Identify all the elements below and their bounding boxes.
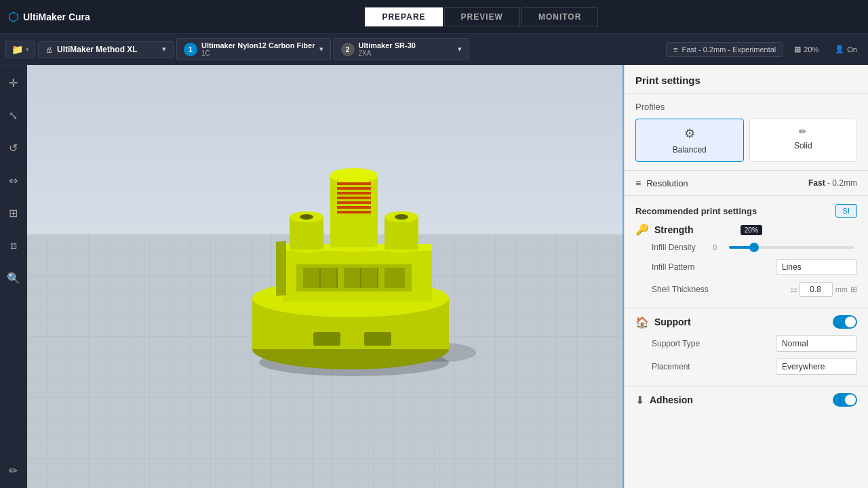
profiles-row: ⚙ Balanced ✏ Solid bbox=[635, 119, 857, 162]
sidebar-scale-icon[interactable]: ⤡ bbox=[3, 104, 24, 126]
extruder1-chevron-icon: ▾ bbox=[319, 45, 323, 54]
infill-pattern-dropdown[interactable]: Lines bbox=[776, 259, 857, 275]
svg-rect-34 bbox=[337, 211, 371, 214]
resolution-value: Fast - 0.2mm bbox=[808, 178, 857, 188]
sidebar-rotate-icon[interactable]: ↺ bbox=[3, 137, 24, 159]
left-sidebar: ✛ ⤡ ↺ ⇔ ⊞ ⧈ 🔍 ✏ bbox=[0, 65, 27, 488]
svg-rect-32 bbox=[337, 201, 371, 204]
sidebar-support-icon[interactable]: ⊞ bbox=[3, 202, 24, 224]
extruder1-material: Ultimaker Nylon12 Carbon Fiber bbox=[201, 41, 315, 49]
svg-rect-31 bbox=[337, 197, 371, 199]
extruder2-material: Ultimaker SR-30 bbox=[359, 41, 416, 49]
vertical-separator-line bbox=[623, 65, 624, 488]
solid-icon: ✏ bbox=[799, 126, 807, 137]
infill-density-label: Infill Density bbox=[635, 243, 710, 252]
sidebar-split-icon[interactable]: ⧈ bbox=[3, 235, 24, 256]
profile-selector[interactable]: ≡ Fast - 0.2mm - Experimental bbox=[666, 42, 783, 57]
right-panel: Print settings Profiles ⚙ Balanced ✏ Sol… bbox=[624, 65, 868, 488]
shell-thickness-input[interactable] bbox=[799, 282, 833, 297]
recommended-label: Recommended print settings bbox=[635, 206, 757, 216]
support-on-label: On bbox=[847, 45, 857, 54]
support-section-icon: 🏠 bbox=[635, 316, 649, 329]
support-display[interactable]: 👤 On bbox=[829, 42, 863, 56]
profiles-label: Profiles bbox=[635, 102, 857, 112]
infill-slider-thumb[interactable]: 20% bbox=[749, 243, 759, 252]
shell-thickness-row: Shell Thickness ⚏ mm ⊞ bbox=[635, 282, 857, 297]
support-placement-dropdown[interactable]: Everywhere bbox=[776, 359, 857, 375]
adhesion-section: ⬇ Adhesion bbox=[625, 386, 868, 413]
svg-rect-30 bbox=[337, 192, 371, 195]
toolbar: 📁 ▾ 🖨 UltiMaker Method XL ▾ 1 Ultimaker … bbox=[0, 34, 868, 65]
balanced-label: Balanced bbox=[673, 145, 707, 155]
shell-unit: mm bbox=[835, 285, 848, 293]
adhesion-title: Adhesion bbox=[650, 394, 827, 405]
balanced-icon: ⚙ bbox=[684, 126, 695, 141]
nav-tabs: PREPARE PREVIEW MONITOR bbox=[365, 7, 598, 26]
support-placement-row: Placement Everywhere bbox=[635, 359, 857, 375]
sidebar-pen-icon[interactable]: ✏ bbox=[3, 460, 24, 481]
svg-rect-28 bbox=[337, 182, 371, 185]
shell-thickness-label: Shell Thickness bbox=[635, 285, 790, 294]
extruder2-number: 2 bbox=[341, 43, 355, 56]
sidebar-move-icon[interactable]: ✛ bbox=[3, 72, 24, 94]
svg-rect-37 bbox=[364, 332, 391, 346]
infill-pattern-label: Infill Pattern bbox=[635, 262, 776, 272]
support-placement-label: Placement bbox=[635, 362, 776, 371]
folder-icon: 📁 bbox=[12, 44, 23, 55]
profile-balanced[interactable]: ⚙ Balanced bbox=[635, 119, 744, 162]
extruder2-variant: 2XA bbox=[359, 49, 416, 57]
adhesion-toggle[interactable] bbox=[833, 393, 857, 407]
viewport bbox=[27, 65, 624, 488]
recommended-header: Recommended print settings SI bbox=[625, 196, 868, 223]
svg-rect-29 bbox=[337, 187, 371, 190]
tab-preview[interactable]: PREVIEW bbox=[444, 7, 520, 26]
shell-lines-icon: ⚏ bbox=[790, 285, 797, 294]
sidebar-mirror-icon[interactable]: ⇔ bbox=[3, 169, 24, 191]
printer-name: UltiMaker Method XL bbox=[57, 45, 138, 54]
extruder2-selector[interactable]: 2 Ultimaker SR-30 2XA ▾ bbox=[334, 38, 469, 60]
folder-chevron-icon: ▾ bbox=[26, 46, 29, 53]
support-type-dropdown[interactable]: Normal bbox=[776, 336, 857, 352]
print-settings-header: Print settings bbox=[625, 65, 868, 94]
adhesion-icon: ⬇ bbox=[635, 394, 644, 407]
infill-display[interactable]: ▦ 20% bbox=[789, 42, 824, 56]
profile-name: Fast - 0.2mm - Experimental bbox=[682, 45, 776, 54]
model-container bbox=[212, 122, 496, 382]
profile-solid[interactable]: ✏ Solid bbox=[749, 119, 858, 162]
logo-text: UltiMaker Cura bbox=[23, 12, 90, 22]
support-type-label: Support Type bbox=[635, 339, 776, 348]
extruder1-info: Ultimaker Nylon12 Carbon Fiber 1C bbox=[201, 41, 315, 57]
resolution-icon: ≡ bbox=[635, 178, 641, 188]
support-toggle[interactable] bbox=[833, 315, 857, 329]
printer-selector[interactable]: 🖨 UltiMaker Method XL ▾ bbox=[38, 41, 174, 58]
tab-prepare[interactable]: PREPARE bbox=[365, 7, 442, 26]
extruder2-info: Ultimaker SR-30 2XA bbox=[359, 41, 416, 57]
logo-area: ⬡ UltiMaker Cura bbox=[8, 9, 90, 24]
support-section: 🏠 Support Support Type Normal Placement … bbox=[625, 308, 868, 386]
support-type-row: Support Type Normal bbox=[635, 336, 857, 352]
svg-point-35 bbox=[330, 168, 378, 182]
shell-expand-icon[interactable]: ⊞ bbox=[850, 285, 857, 294]
strength-section: 🔑 Strength Infill Density 0 20% Infill P… bbox=[625, 223, 868, 308]
main-area: ✛ ⤡ ↺ ⇔ ⊞ ⧈ 🔍 ✏ bbox=[0, 65, 868, 488]
3d-model-svg bbox=[212, 122, 496, 380]
extruder1-number: 1 bbox=[184, 43, 197, 56]
resolution-rest: - 0.2mm bbox=[825, 178, 857, 188]
folder-button[interactable]: 📁 ▾ bbox=[5, 41, 35, 58]
extruder2-chevron-icon: ▾ bbox=[458, 45, 462, 54]
svg-rect-36 bbox=[313, 332, 340, 346]
extruder1-variant: 1C bbox=[201, 49, 315, 57]
solid-label: Solid bbox=[794, 141, 812, 150]
infill-pct: 20% bbox=[804, 45, 818, 54]
sidebar-search-icon[interactable]: 🔍 bbox=[3, 267, 24, 289]
extruder1-selector[interactable]: 1 Ultimaker Nylon12 Carbon Fiber 1C ▾ bbox=[176, 38, 331, 60]
strength-icon: 🔑 bbox=[635, 223, 649, 236]
tab-monitor[interactable]: MONITOR bbox=[521, 7, 598, 26]
strength-title: Strength bbox=[654, 224, 694, 235]
resolution-row: ≡ Resolution Fast - 0.2mm bbox=[625, 171, 868, 196]
infill-slider-track[interactable]: 20% bbox=[729, 246, 854, 249]
printer-icon: 🖨 bbox=[45, 45, 53, 54]
switch-to-custom-button[interactable]: SI bbox=[835, 204, 857, 218]
svg-rect-11 bbox=[384, 268, 405, 288]
adhesion-header-row: ⬇ Adhesion bbox=[635, 393, 857, 407]
